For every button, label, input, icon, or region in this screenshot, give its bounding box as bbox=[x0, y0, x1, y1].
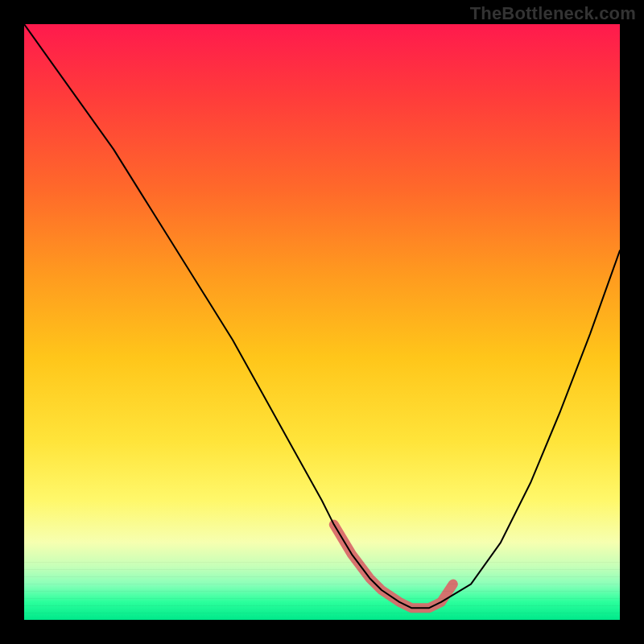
sweet-spot-highlight bbox=[334, 525, 453, 609]
curve-svg bbox=[24, 24, 620, 620]
bottleneck-curve bbox=[24, 24, 620, 608]
chart-frame: TheBottleneck.com bbox=[0, 0, 644, 644]
plot-area bbox=[24, 24, 620, 620]
watermark-text: TheBottleneck.com bbox=[470, 3, 636, 24]
